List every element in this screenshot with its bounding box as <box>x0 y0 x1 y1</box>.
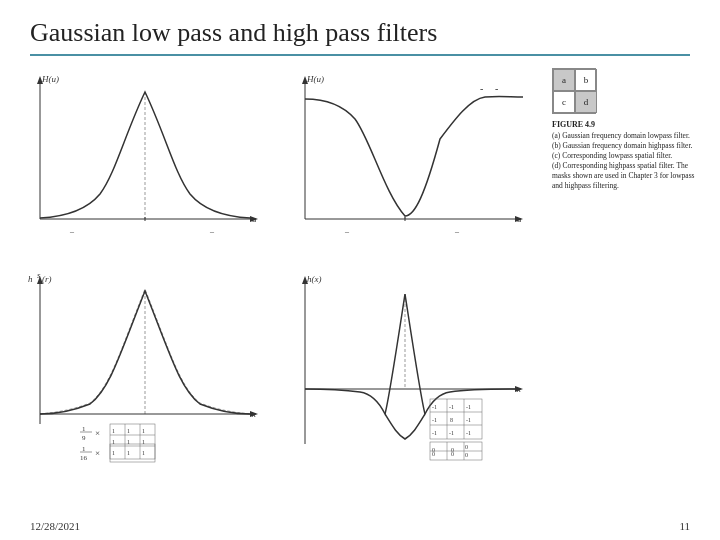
bottom-row: h s (r) x <box>20 269 540 469</box>
caption-b: (b) Gaussian frequency domain highpass f… <box>552 141 692 150</box>
svg-text:1: 1 <box>112 428 115 434</box>
figure-a: H(u) u _ _ <box>20 64 275 264</box>
figure-c: h s (r) x <box>20 269 275 469</box>
svg-rect-53 <box>110 444 155 462</box>
footer-date: 12/28/2021 <box>30 520 80 532</box>
svg-text:u: u <box>252 214 257 224</box>
footer: 12/28/2021 11 <box>0 520 720 532</box>
svg-text:h(x): h(x) <box>307 274 322 284</box>
caption-d: (d) Corresponding highpass spatial filte… <box>552 161 694 190</box>
svg-text:0: 0 <box>465 444 468 450</box>
svg-text:-1: -1 <box>432 417 437 423</box>
svg-text:H(u): H(u) <box>306 74 324 84</box>
svg-text:u: u <box>517 214 522 224</box>
figure-d-svg: h(x) x -1-1-1 -1 <box>285 269 525 464</box>
figure-a-svg: H(u) u _ _ <box>20 64 260 254</box>
svg-text:_: _ <box>209 225 215 234</box>
svg-text:0: 0 <box>432 451 435 457</box>
legend-grid: a b c d <box>552 68 596 114</box>
svg-text:1: 1 <box>127 450 130 456</box>
caption-c: (c) Corresponding lowpass spatial filter… <box>552 151 672 160</box>
svg-text:(r): (r) <box>42 274 52 284</box>
figures-area: H(u) u _ _ <box>20 64 540 494</box>
svg-text:-1: -1 <box>466 404 471 410</box>
figure-caption: FIGURE 4.9 (a) Gaussian frequency domain… <box>552 120 700 192</box>
top-row: H(u) u _ _ <box>20 64 540 264</box>
svg-text:_: _ <box>344 225 350 234</box>
svg-text:-: - <box>495 83 498 94</box>
svg-text:16: 16 <box>80 454 88 462</box>
figure-id: FIGURE 4.9 <box>552 120 595 129</box>
legend-b: b <box>575 69 597 91</box>
svg-text:0: 0 <box>465 452 468 458</box>
svg-text:-1: -1 <box>466 430 471 436</box>
figure-d: h(x) x -1-1-1 -1 <box>285 269 540 469</box>
svg-text:9: 9 <box>82 434 86 442</box>
svg-text:-1: -1 <box>432 430 437 436</box>
page-title: Gaussian low pass and high pass filters <box>0 0 720 54</box>
svg-text:H(u): H(u) <box>41 74 59 84</box>
title-divider <box>30 54 690 56</box>
svg-text:-: - <box>480 83 483 94</box>
svg-rect-61 <box>430 399 482 439</box>
figure-c-svg: h s (r) x <box>20 269 260 464</box>
svg-text:-1: -1 <box>449 430 454 436</box>
caption-a: (a) Gaussian frequency domain lowpass fi… <box>552 131 690 140</box>
svg-text:×: × <box>95 448 100 458</box>
svg-text:h: h <box>28 274 33 284</box>
svg-text:1: 1 <box>142 428 145 434</box>
svg-text:-1: -1 <box>449 404 454 410</box>
svg-text:0: 0 <box>451 451 454 457</box>
svg-text:_: _ <box>454 225 460 234</box>
svg-text:1: 1 <box>142 450 145 456</box>
legend-d: d <box>575 91 597 113</box>
figure-b: H(u) u - - _ _ <box>285 64 540 264</box>
legend-c: c <box>553 91 575 113</box>
svg-text:-1: -1 <box>432 404 437 410</box>
svg-text:8: 8 <box>450 417 453 423</box>
figure-b-svg: H(u) u - - _ _ <box>285 64 525 254</box>
footer-page: 11 <box>679 520 690 532</box>
content-area: H(u) u _ _ <box>0 64 720 494</box>
svg-rect-31 <box>110 424 155 459</box>
svg-text:1: 1 <box>127 428 130 434</box>
svg-text:-1: -1 <box>466 417 471 423</box>
sidebar: a b c d FIGURE 4.9 (a) Gaussian frequenc… <box>540 64 700 494</box>
svg-text:_: _ <box>69 225 75 234</box>
svg-text:1: 1 <box>112 450 115 456</box>
legend-a: a <box>553 69 575 91</box>
svg-text:x: x <box>516 384 521 394</box>
svg-text:×: × <box>95 428 100 438</box>
svg-text:x: x <box>251 409 256 419</box>
svg-text:s: s <box>37 270 41 280</box>
